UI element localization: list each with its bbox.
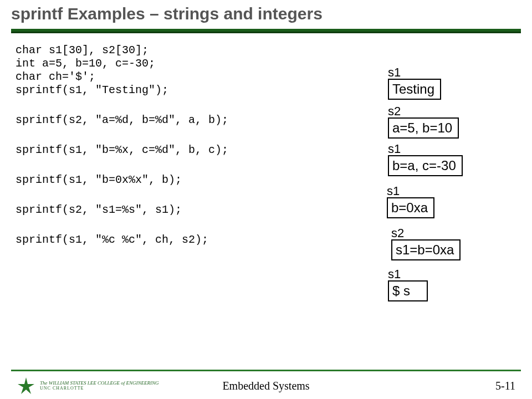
code-line: int a=5, b=10, c=-30; xyxy=(16,58,228,70)
arrow-icon xyxy=(227,76,385,77)
output-box: b=a, c=-30 xyxy=(388,155,463,176)
output-label: s2 xyxy=(391,226,404,241)
code-line: sprintf(s1, "%c %c", ch, s2); xyxy=(16,234,228,246)
code-line: sprintf(s1, "b=0x%x", b); xyxy=(16,174,228,186)
logo-icon xyxy=(17,376,35,395)
page-number: 5-11 xyxy=(495,380,515,392)
code-line: sprintf(s2, "s1=%s", s1); xyxy=(16,204,228,216)
output-label: s1 xyxy=(388,267,401,282)
svg-marker-12 xyxy=(18,377,34,394)
content-area: char s1[30], s2[30]; int a=5, b=10, c=-3… xyxy=(0,33,532,44)
code-block: char s1[30], s2[30]; int a=5, b=10, c=-3… xyxy=(16,44,228,247)
output-box: a=5, b=10 xyxy=(388,117,459,139)
output-label: s2 xyxy=(388,104,401,119)
output-label: s1 xyxy=(387,184,400,198)
logo-text: The WILLIAM STATES LEE COLLEGE of ENGINE… xyxy=(40,381,159,391)
college-name-2: UNC CHARLOTTE xyxy=(40,386,159,391)
output-box: $ s xyxy=(388,280,428,301)
title-underline xyxy=(11,29,521,33)
output-box: b=0xa xyxy=(387,197,434,218)
code-line: char ch='$'; xyxy=(16,71,228,83)
college-logo: The WILLIAM STATES LEE COLLEGE of ENGINE… xyxy=(17,376,159,395)
code-line: sprintf(s1, "Testing"); xyxy=(16,84,228,96)
arrow-icon xyxy=(227,212,388,212)
slide-title: sprintf Examples – strings and integers xyxy=(0,0,532,29)
output-box: s1=b=0xa xyxy=(391,239,461,260)
code-line: sprintf(s1, "b=%x, c=%d", b, c); xyxy=(16,144,228,156)
footer: The WILLIAM STATES LEE COLLEGE of ENGINE… xyxy=(0,372,532,399)
arrow-icon xyxy=(249,243,385,243)
arrow-icon xyxy=(222,183,384,183)
arrow-icon xyxy=(263,150,385,150)
footer-title: Embedded Systems xyxy=(222,380,309,392)
output-box: Testing xyxy=(388,79,441,100)
arrow-icon xyxy=(263,116,385,117)
output-label: s1 xyxy=(388,142,401,156)
footer-divider xyxy=(11,370,521,371)
code-line: sprintf(s2, "a=%d, b=%d", a, b); xyxy=(16,114,228,126)
code-line: char s1[30], s2[30]; xyxy=(16,44,228,57)
output-label: s1 xyxy=(388,65,401,80)
